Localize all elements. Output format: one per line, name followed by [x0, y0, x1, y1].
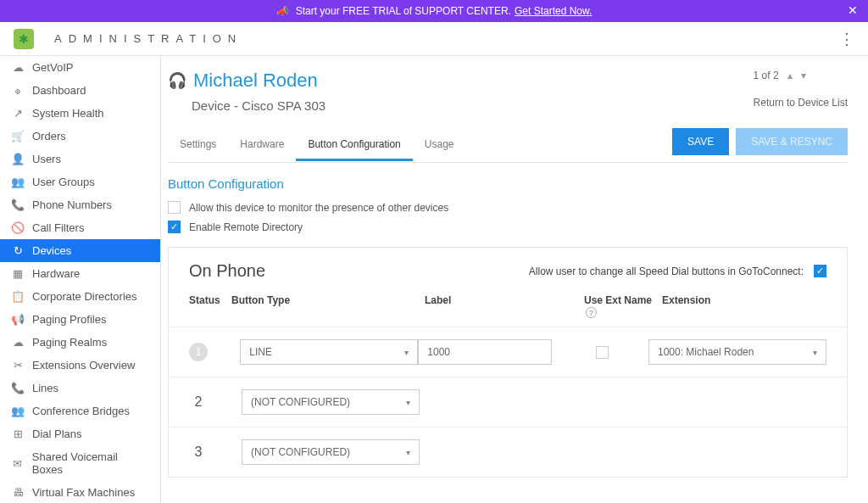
- sidebar: ☁GetVoIP🜨Dashboard↗System Health🛒Orders👤…: [0, 56, 161, 503]
- sidebar-item-users-icon: 👤: [10, 153, 25, 165]
- sidebar-item-phone-numbers-icon: 📞: [10, 198, 25, 211]
- sidebar-item-conference-bridges[interactable]: 👥Conference Bridges: [0, 400, 160, 422]
- button-row: 3(NOT CONFIGURED): [169, 428, 847, 477]
- sidebar-item-user-groups[interactable]: 👥User Groups: [0, 170, 160, 193]
- col-button-type: Button Type: [231, 294, 425, 318]
- row-number: 2: [189, 394, 208, 410]
- sidebar-item-label: Virtual Fax Machines: [32, 486, 135, 499]
- remote-directory-checkbox[interactable]: ✓: [168, 221, 181, 233]
- sidebar-item-hardware[interactable]: ▦Hardware: [0, 262, 160, 285]
- card-title: On Phone: [189, 261, 265, 281]
- sidebar-item-label: Paging Profiles: [32, 313, 106, 326]
- sidebar-item-hardware-icon: ▦: [10, 267, 25, 280]
- sidebar-item-corporate-directories-icon: 📋: [10, 290, 25, 303]
- row-number: 3: [189, 444, 208, 460]
- sidebar-item-orders-icon: 🛒: [10, 130, 25, 143]
- sidebar-item-label: Orders: [32, 130, 66, 143]
- button-type-select[interactable]: (NOT CONFIGURED): [242, 389, 420, 415]
- sidebar-item-lines-icon: 📞: [10, 382, 25, 394]
- banner-close-icon[interactable]: ✕: [848, 3, 858, 17]
- sidebar-item-dial-plans-icon: ⊞: [10, 428, 25, 440]
- status-indicator: 1: [189, 343, 208, 361]
- pager: 1 of 2 ▴ ▾: [754, 70, 848, 81]
- sidebar-item-users[interactable]: 👤Users: [0, 148, 160, 170]
- col-status: Status: [189, 294, 231, 318]
- allow-speed-dial-label: Allow user to change all Speed Dial butt…: [529, 265, 804, 277]
- sidebar-item-dial-plans[interactable]: ⊞Dial Plans: [0, 422, 160, 445]
- allow-monitor-checkbox[interactable]: [168, 201, 181, 214]
- sidebar-item-label: Devices: [32, 244, 71, 257]
- sidebar-item-orders[interactable]: 🛒Orders: [0, 125, 160, 148]
- pager-prev-icon[interactable]: ▴: [787, 70, 793, 81]
- sidebar-item-getvoip-icon: ☁: [10, 61, 25, 74]
- sidebar-item-devices[interactable]: ↻Devices: [0, 239, 160, 262]
- sidebar-item-lines[interactable]: 📞Lines: [0, 377, 160, 400]
- sidebar-item-system-health[interactable]: ↗System Health: [0, 102, 160, 125]
- app-logo-icon[interactable]: ✱: [14, 29, 34, 49]
- tab-settings[interactable]: Settings: [168, 130, 228, 160]
- sidebar-item-label: Conference Bridges: [32, 405, 130, 417]
- button-type-select[interactable]: LINE: [240, 339, 418, 365]
- allow-speed-dial-checkbox[interactable]: ✓: [814, 265, 826, 277]
- pager-next-icon[interactable]: ▾: [801, 70, 806, 81]
- sidebar-item-virtual-fax-icon: 🖷: [10, 486, 25, 499]
- sidebar-item-shared-voicemail[interactable]: ✉Shared Voicemail Boxes: [0, 445, 160, 481]
- banner-link[interactable]: Get Started Now.: [515, 5, 592, 17]
- sidebar-item-paging-realms[interactable]: ☁Paging Realms: [0, 331, 160, 354]
- col-extension: Extension: [662, 294, 826, 318]
- tab-button-configuration[interactable]: Button Configuration: [296, 130, 412, 161]
- extension-select[interactable]: 1000: Michael Roden: [648, 339, 826, 365]
- sidebar-item-extensions-overview-icon: ✂: [10, 359, 25, 372]
- sidebar-item-corporate-directories[interactable]: 📋Corporate Directories: [0, 285, 160, 308]
- sidebar-item-shared-voicemail-icon: ✉: [10, 457, 25, 470]
- help-icon[interactable]: ?: [586, 307, 597, 318]
- on-phone-card: On Phone Allow user to change all Speed …: [168, 247, 848, 478]
- section-title: Button Configuration: [168, 176, 848, 191]
- app-header: ✱ ADMINISTRATION ⋮: [0, 22, 868, 56]
- device-subtitle: Device - Cisco SPA 303: [192, 98, 326, 113]
- button-row: 1LINE10001000: Michael Roden: [169, 327, 847, 377]
- sidebar-item-paging-profiles[interactable]: 📢Paging Profiles: [0, 308, 160, 331]
- button-type-select[interactable]: (NOT CONFIGURED): [242, 439, 420, 465]
- sidebar-item-label: Phone Numbers: [32, 198, 112, 211]
- sidebar-item-call-filters-icon: 🚫: [10, 221, 25, 234]
- sidebar-item-label: Dial Plans: [32, 428, 82, 440]
- sidebar-item-dashboard[interactable]: 🜨Dashboard: [0, 79, 160, 102]
- headset-icon: 🎧: [168, 71, 186, 90]
- pager-text: 1 of 2: [754, 70, 779, 81]
- sidebar-item-label: Dashboard: [32, 84, 86, 97]
- button-row: 2(NOT CONFIGURED): [169, 377, 847, 428]
- sidebar-item-system-health-icon: ↗: [10, 107, 25, 120]
- remote-directory-row[interactable]: ✓ Enable Remote Directory: [168, 221, 848, 233]
- sidebar-item-getvoip[interactable]: ☁GetVoIP: [0, 56, 160, 79]
- use-ext-name-checkbox[interactable]: [596, 346, 609, 359]
- megaphone-icon: 📣: [276, 5, 289, 17]
- sidebar-item-phone-numbers[interactable]: 📞Phone Numbers: [0, 193, 160, 216]
- sidebar-item-label: Paging Realms: [32, 336, 107, 349]
- tab-hardware[interactable]: Hardware: [228, 130, 296, 160]
- sidebar-item-paging-profiles-icon: 📢: [10, 313, 25, 326]
- col-label: Label: [425, 294, 584, 318]
- sidebar-item-devices-icon: ↻: [10, 244, 25, 257]
- sidebar-item-label: Users: [32, 153, 61, 165]
- header-menu-icon[interactable]: ⋮: [839, 30, 854, 48]
- sidebar-item-label: Extensions Overview: [32, 359, 135, 372]
- sidebar-item-paging-realms-icon: ☁: [10, 336, 25, 349]
- main-content: 🎧 Michael Roden Device - Cisco SPA 303 1…: [161, 56, 868, 503]
- label-input[interactable]: 1000: [418, 339, 552, 365]
- sidebar-item-virtual-fax[interactable]: 🖷Virtual Fax Machines: [0, 481, 160, 503]
- allow-monitor-label: Allow this device to monitor the presenc…: [189, 202, 448, 214]
- save-button[interactable]: SAVE: [672, 128, 729, 155]
- save-resync-button[interactable]: SAVE & RESYNC: [736, 128, 848, 155]
- return-to-list-link[interactable]: Return to Device List: [754, 97, 848, 109]
- allow-monitor-row[interactable]: Allow this device to monitor the presenc…: [168, 201, 848, 214]
- sidebar-item-call-filters[interactable]: 🚫Call Filters: [0, 216, 160, 239]
- trial-banner: 📣 Start your FREE TRIAL of SUPPORT CENTE…: [0, 0, 868, 22]
- sidebar-item-conference-bridges-icon: 👥: [10, 405, 25, 417]
- sidebar-item-label: Corporate Directories: [32, 290, 137, 303]
- sidebar-item-label: System Health: [32, 107, 104, 120]
- tab-usage[interactable]: Usage: [413, 130, 466, 160]
- sidebar-item-extensions-overview[interactable]: ✂Extensions Overview: [0, 354, 160, 377]
- remote-directory-label: Enable Remote Directory: [189, 221, 303, 233]
- user-name[interactable]: Michael Roden: [193, 70, 318, 92]
